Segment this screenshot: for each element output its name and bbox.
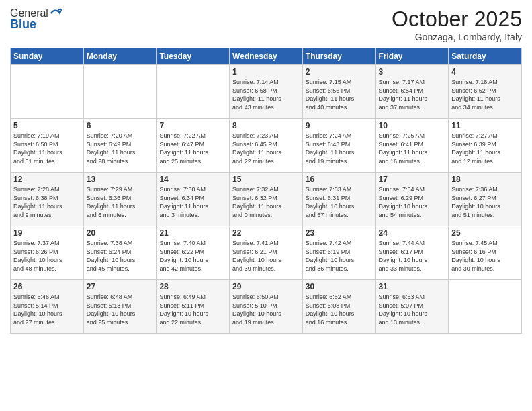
title-block: October 2025 Gonzaga, Lombardy, Italy bbox=[392, 7, 522, 42]
day-number: 8 bbox=[232, 121, 300, 130]
day-number: 26 bbox=[13, 282, 81, 291]
calendar-cell bbox=[11, 65, 84, 119]
calendar-cell: 6Sunrise: 7:20 AM Sunset: 6:49 PM Daylig… bbox=[83, 119, 157, 173]
calendar-cell: 5Sunrise: 7:19 AM Sunset: 6:50 PM Daylig… bbox=[11, 119, 84, 173]
day-number: 31 bbox=[379, 282, 446, 291]
calendar-cell: 13Sunrise: 7:29 AM Sunset: 6:36 PM Dayli… bbox=[83, 173, 157, 226]
day-number: 9 bbox=[306, 121, 373, 130]
calendar-cell: 31Sunrise: 6:53 AM Sunset: 5:07 PM Dayli… bbox=[375, 280, 449, 334]
day-number: 29 bbox=[232, 282, 300, 291]
day-number: 5 bbox=[13, 121, 81, 130]
day-of-week-wednesday: Wednesday bbox=[230, 48, 303, 65]
day-info: Sunrise: 6:46 AM Sunset: 5:14 PM Dayligh… bbox=[13, 293, 81, 326]
day-number: 4 bbox=[451, 67, 519, 77]
calendar-cell: 3Sunrise: 7:17 AM Sunset: 6:54 PM Daylig… bbox=[375, 65, 449, 119]
day-info: Sunrise: 6:49 AM Sunset: 5:11 PM Dayligh… bbox=[159, 293, 226, 326]
day-number: 7 bbox=[159, 121, 226, 130]
day-of-week-tuesday: Tuesday bbox=[157, 48, 230, 65]
day-number: 14 bbox=[159, 175, 226, 184]
day-number: 24 bbox=[379, 228, 446, 238]
calendar-cell bbox=[157, 65, 230, 119]
day-number: 2 bbox=[306, 67, 373, 77]
calendar-cell: 24Sunrise: 7:44 AM Sunset: 6:17 PM Dayli… bbox=[375, 226, 449, 280]
day-number: 6 bbox=[87, 121, 154, 130]
day-info: Sunrise: 6:52 AM Sunset: 5:08 PM Dayligh… bbox=[306, 293, 373, 326]
day-number: 12 bbox=[13, 175, 81, 184]
day-info: Sunrise: 7:33 AM Sunset: 6:31 PM Dayligh… bbox=[306, 185, 373, 219]
day-info: Sunrise: 7:17 AM Sunset: 6:54 PM Dayligh… bbox=[379, 78, 446, 111]
day-number: 27 bbox=[87, 282, 154, 291]
calendar-cell: 23Sunrise: 7:42 AM Sunset: 6:19 PM Dayli… bbox=[302, 226, 375, 280]
day-info: Sunrise: 7:28 AM Sunset: 6:38 PM Dayligh… bbox=[13, 185, 81, 219]
calendar-cell: 1Sunrise: 7:14 AM Sunset: 6:58 PM Daylig… bbox=[230, 65, 303, 119]
day-info: Sunrise: 6:50 AM Sunset: 5:10 PM Dayligh… bbox=[232, 293, 300, 326]
day-info: Sunrise: 7:20 AM Sunset: 6:49 PM Dayligh… bbox=[87, 132, 154, 165]
page: General Blue October 2025 Gonzaga, Lomba… bbox=[0, 0, 532, 411]
day-info: Sunrise: 7:32 AM Sunset: 6:32 PM Dayligh… bbox=[232, 185, 300, 219]
day-info: Sunrise: 7:34 AM Sunset: 6:29 PM Dayligh… bbox=[379, 185, 446, 219]
day-number: 17 bbox=[379, 175, 446, 184]
week-row-2: 5Sunrise: 7:19 AM Sunset: 6:50 PM Daylig… bbox=[11, 119, 522, 173]
week-row-5: 26Sunrise: 6:46 AM Sunset: 5:14 PM Dayli… bbox=[11, 280, 522, 334]
day-info: Sunrise: 7:40 AM Sunset: 6:22 PM Dayligh… bbox=[159, 239, 226, 273]
day-number: 13 bbox=[87, 175, 154, 184]
day-info: Sunrise: 7:45 AM Sunset: 6:16 PM Dayligh… bbox=[451, 239, 519, 273]
day-number: 22 bbox=[232, 228, 300, 238]
day-info: Sunrise: 7:25 AM Sunset: 6:41 PM Dayligh… bbox=[379, 132, 446, 165]
day-of-week-monday: Monday bbox=[83, 48, 157, 65]
day-of-week-sunday: Sunday bbox=[11, 48, 84, 65]
calendar-cell bbox=[449, 280, 522, 334]
day-info: Sunrise: 6:48 AM Sunset: 5:13 PM Dayligh… bbox=[87, 293, 154, 326]
day-number: 15 bbox=[232, 175, 300, 184]
calendar-cell: 17Sunrise: 7:34 AM Sunset: 6:29 PM Dayli… bbox=[375, 173, 449, 226]
day-info: Sunrise: 7:27 AM Sunset: 6:39 PM Dayligh… bbox=[451, 132, 519, 165]
day-number: 21 bbox=[159, 228, 226, 238]
day-number: 25 bbox=[451, 228, 519, 238]
day-number: 11 bbox=[451, 121, 519, 130]
day-number: 16 bbox=[306, 175, 373, 184]
calendar-cell: 16Sunrise: 7:33 AM Sunset: 6:31 PM Dayli… bbox=[302, 173, 375, 226]
calendar-cell: 4Sunrise: 7:18 AM Sunset: 6:52 PM Daylig… bbox=[449, 65, 522, 119]
day-info: Sunrise: 7:41 AM Sunset: 6:21 PM Dayligh… bbox=[232, 239, 300, 273]
calendar-cell: 26Sunrise: 6:46 AM Sunset: 5:14 PM Dayli… bbox=[11, 280, 84, 334]
calendar-cell: 15Sunrise: 7:32 AM Sunset: 6:32 PM Dayli… bbox=[230, 173, 303, 226]
calendar-cell: 28Sunrise: 6:49 AM Sunset: 5:11 PM Dayli… bbox=[157, 280, 230, 334]
day-number: 30 bbox=[306, 282, 373, 291]
day-info: Sunrise: 7:44 AM Sunset: 6:17 PM Dayligh… bbox=[379, 239, 446, 273]
week-row-4: 19Sunrise: 7:37 AM Sunset: 6:26 PM Dayli… bbox=[11, 226, 522, 280]
calendar-cell: 8Sunrise: 7:23 AM Sunset: 6:45 PM Daylig… bbox=[230, 119, 303, 173]
calendar-cell: 22Sunrise: 7:41 AM Sunset: 6:21 PM Dayli… bbox=[230, 226, 303, 280]
day-info: Sunrise: 7:23 AM Sunset: 6:45 PM Dayligh… bbox=[232, 132, 300, 165]
calendar-cell bbox=[83, 65, 157, 119]
day-info: Sunrise: 6:53 AM Sunset: 5:07 PM Dayligh… bbox=[379, 293, 446, 326]
calendar-cell: 18Sunrise: 7:36 AM Sunset: 6:27 PM Dayli… bbox=[449, 173, 522, 226]
calendar-cell: 11Sunrise: 7:27 AM Sunset: 6:39 PM Dayli… bbox=[449, 119, 522, 173]
day-number: 18 bbox=[451, 175, 519, 184]
day-info: Sunrise: 7:22 AM Sunset: 6:47 PM Dayligh… bbox=[159, 132, 226, 165]
logo-icon bbox=[50, 7, 63, 20]
calendar-cell: 25Sunrise: 7:45 AM Sunset: 6:16 PM Dayli… bbox=[449, 226, 522, 280]
day-info: Sunrise: 7:36 AM Sunset: 6:27 PM Dayligh… bbox=[451, 185, 519, 219]
calendar-cell: 12Sunrise: 7:28 AM Sunset: 6:38 PM Dayli… bbox=[11, 173, 84, 226]
calendar-cell: 19Sunrise: 7:37 AM Sunset: 6:26 PM Dayli… bbox=[11, 226, 84, 280]
header: General Blue October 2025 Gonzaga, Lomba… bbox=[10, 7, 522, 42]
day-info: Sunrise: 7:15 AM Sunset: 6:56 PM Dayligh… bbox=[306, 78, 373, 111]
calendar-cell: 27Sunrise: 6:48 AM Sunset: 5:13 PM Dayli… bbox=[83, 280, 157, 334]
day-of-week-friday: Friday bbox=[375, 48, 449, 65]
calendar-cell: 20Sunrise: 7:38 AM Sunset: 6:24 PM Dayli… bbox=[83, 226, 157, 280]
calendar-cell: 9Sunrise: 7:24 AM Sunset: 6:43 PM Daylig… bbox=[302, 119, 375, 173]
calendar-cell: 10Sunrise: 7:25 AM Sunset: 6:41 PM Dayli… bbox=[375, 119, 449, 173]
day-info: Sunrise: 7:18 AM Sunset: 6:52 PM Dayligh… bbox=[451, 78, 519, 111]
day-of-week-thursday: Thursday bbox=[302, 48, 375, 65]
day-info: Sunrise: 7:38 AM Sunset: 6:24 PM Dayligh… bbox=[87, 239, 154, 273]
calendar-cell: 2Sunrise: 7:15 AM Sunset: 6:56 PM Daylig… bbox=[302, 65, 375, 119]
logo: General Blue bbox=[10, 7, 63, 32]
day-info: Sunrise: 7:14 AM Sunset: 6:58 PM Dayligh… bbox=[232, 78, 300, 111]
calendar-cell: 21Sunrise: 7:40 AM Sunset: 6:22 PM Dayli… bbox=[157, 226, 230, 280]
week-row-1: 1Sunrise: 7:14 AM Sunset: 6:58 PM Daylig… bbox=[11, 65, 522, 119]
day-number: 3 bbox=[379, 67, 446, 77]
day-info: Sunrise: 7:30 AM Sunset: 6:34 PM Dayligh… bbox=[159, 185, 226, 219]
day-number: 23 bbox=[306, 228, 373, 238]
week-row-3: 12Sunrise: 7:28 AM Sunset: 6:38 PM Dayli… bbox=[11, 173, 522, 226]
calendar-cell: 29Sunrise: 6:50 AM Sunset: 5:10 PM Dayli… bbox=[230, 280, 303, 334]
